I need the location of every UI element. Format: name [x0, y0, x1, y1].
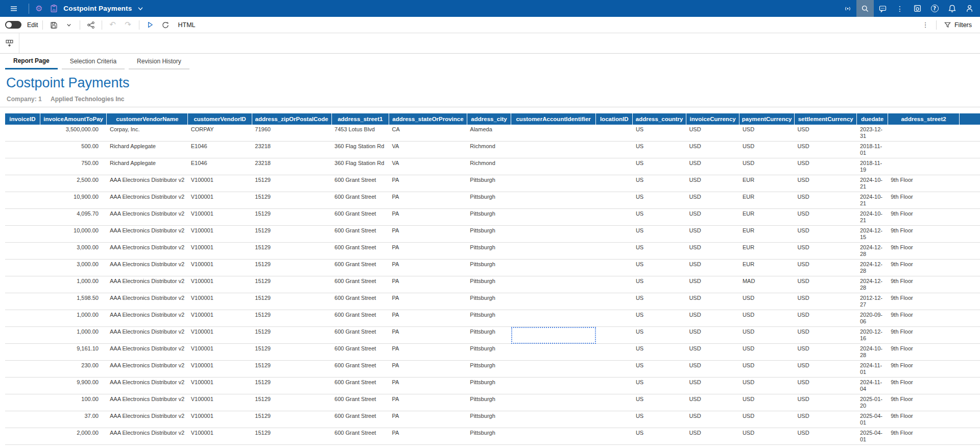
cell-invoiceAmountToPay[interactable]: 1,000.00	[40, 310, 107, 327]
cell-customerVendorName[interactable]: AAA Electronics Distributor v2	[107, 276, 188, 293]
cell-address_country[interactable]: US	[633, 175, 686, 192]
column-header-paymentCurrency[interactable]: paymentCurrency	[739, 113, 795, 125]
cell-address_stateOrProvince[interactable]: PA	[389, 394, 467, 411]
cell-customerVendorID[interactable]: CORPAY	[188, 125, 252, 142]
cell-paymentCurrency[interactable]: EUR	[739, 226, 795, 243]
cell-address_city[interactable]: Pittsburgh	[467, 192, 511, 209]
cell-address_country[interactable]: US	[633, 428, 686, 445]
cell-address_street2[interactable]: 9th Floor	[888, 175, 960, 192]
column-header-locationID[interactable]: locationID	[596, 113, 633, 125]
cell-address_stateOrProvince[interactable]: PA	[389, 344, 467, 361]
column-header-settlementCurrency[interactable]: settlementCurrency	[794, 113, 857, 125]
cell-customerAccountIdentifier[interactable]	[511, 209, 596, 226]
cell-customerVendorID[interactable]: V100001	[188, 276, 252, 293]
cell-paymentCurrency[interactable]: USD	[739, 361, 795, 378]
cell-address_street1[interactable]: 600 Grant Street	[331, 192, 389, 209]
edit-toggle[interactable]	[5, 21, 21, 29]
cell-address_s[interactable]	[960, 378, 980, 394]
cell-invoiceID[interactable]	[5, 142, 40, 158]
cell-address_country[interactable]: US	[633, 276, 686, 293]
cell-customerAccountIdentifier[interactable]	[511, 327, 596, 344]
cell-customerAccountIdentifier[interactable]	[511, 378, 596, 394]
comments-icon[interactable]	[874, 0, 891, 17]
cell-settlementCurrency[interactable]: USD	[794, 243, 857, 260]
cell-duedate[interactable]: 2024-12-15	[857, 226, 888, 243]
cell-address_city[interactable]: Richmond	[467, 158, 511, 175]
cell-address_city[interactable]: Alameda	[467, 125, 511, 142]
cell-invoiceAmountToPay[interactable]: 2,500.00	[40, 175, 107, 192]
cell-duedate[interactable]: 2018-11-19	[857, 158, 888, 175]
cell-settlementCurrency[interactable]: USD	[794, 260, 857, 276]
cell-customerVendorName[interactable]: AAA Electronics Distributor v2	[107, 310, 188, 327]
cell-customerAccountIdentifier[interactable]	[511, 243, 596, 260]
cell-address_city[interactable]: Pittsburgh	[467, 394, 511, 411]
cell-address_s[interactable]	[960, 276, 980, 293]
cell-customerVendorName[interactable]: AAA Electronics Distributor v2	[107, 344, 188, 361]
cell-customerAccountIdentifier[interactable]	[511, 310, 596, 327]
cell-invoiceAmountToPay[interactable]: 3,000.00	[40, 260, 107, 276]
cell-paymentCurrency[interactable]: EUR	[739, 209, 795, 226]
cell-customerVendorID[interactable]: V100001	[188, 394, 252, 411]
cell-invoiceID[interactable]	[5, 344, 40, 361]
cell-duedate[interactable]: 2020-09-06	[857, 310, 888, 327]
cell-customerVendorName[interactable]: AAA Electronics Distributor v2	[107, 327, 188, 344]
cell-settlementCurrency[interactable]: USD	[794, 327, 857, 344]
broadcast-icon[interactable]	[839, 0, 856, 17]
cell-address_s[interactable]	[960, 125, 980, 142]
cell-customerVendorName[interactable]: AAA Electronics Distributor v2	[107, 411, 188, 428]
cell-locationID[interactable]	[596, 192, 633, 209]
tab-selection-criteria[interactable]: Selection Criteria	[62, 54, 125, 69]
cell-customerAccountIdentifier[interactable]	[511, 260, 596, 276]
cell-address_city[interactable]: Pittsburgh	[467, 243, 511, 260]
cell-settlementCurrency[interactable]: USD	[794, 125, 857, 142]
cell-invoiceID[interactable]	[5, 327, 40, 344]
cell-address_zipOrPostalCode[interactable]: 15129	[252, 445, 331, 447]
cell-address_city[interactable]: Pittsburgh	[467, 260, 511, 276]
cell-address_street2[interactable]: 9th Floor	[888, 209, 960, 226]
cell-paymentCurrency[interactable]: USD	[739, 327, 795, 344]
cell-address_zipOrPostalCode[interactable]: 15129	[252, 226, 331, 243]
cell-address_street1[interactable]: 600 Grant Street	[331, 293, 389, 310]
cell-address_street1[interactable]: 600 Grant Street	[331, 175, 389, 192]
cell-address_street1[interactable]: 600 Grant Street	[331, 243, 389, 260]
cell-invoiceCurrency[interactable]: USD	[686, 361, 739, 378]
cell-settlementCurrency[interactable]: USD	[794, 344, 857, 361]
cell-locationID[interactable]	[596, 361, 633, 378]
cell-invoiceCurrency[interactable]: USD	[686, 293, 739, 310]
cell-invoiceCurrency[interactable]: USD	[686, 445, 739, 447]
cell-address_s[interactable]	[960, 327, 980, 344]
cell-customerAccountIdentifier[interactable]	[511, 445, 596, 447]
cell-address_country[interactable]: US	[633, 310, 686, 327]
cell-customerAccountIdentifier[interactable]	[511, 344, 596, 361]
cell-address_zipOrPostalCode[interactable]: 15129	[252, 411, 331, 428]
cell-address_street1[interactable]: 600 Grant Street	[331, 378, 389, 394]
cell-address_street1[interactable]: 600 Grant Street	[331, 445, 389, 447]
cell-address_stateOrProvince[interactable]: PA	[389, 243, 467, 260]
cell-invoiceCurrency[interactable]: USD	[686, 260, 739, 276]
cell-address_street2[interactable]: 9th Floor	[888, 293, 960, 310]
cell-address_country[interactable]: US	[633, 327, 686, 344]
cell-address_street2[interactable]	[888, 142, 960, 158]
cell-invoiceID[interactable]	[5, 378, 40, 394]
cell-settlementCurrency[interactable]: USD	[794, 276, 857, 293]
cell-invoiceID[interactable]	[5, 158, 40, 175]
cell-address_city[interactable]: Pittsburgh	[467, 361, 511, 378]
cell-customerVendorID[interactable]: E1046	[188, 142, 252, 158]
cell-invoiceAmountToPay[interactable]: 3,500,000.00	[40, 125, 107, 142]
cell-address_stateOrProvince[interactable]: PA	[389, 192, 467, 209]
cell-address_street2[interactable]: 9th Floor	[888, 226, 960, 243]
cell-invoiceCurrency[interactable]: USD	[686, 209, 739, 226]
cell-paymentCurrency[interactable]: EUR	[739, 175, 795, 192]
cell-paymentCurrency[interactable]: USD	[739, 293, 795, 310]
cell-address_city[interactable]: Pittsburgh	[467, 276, 511, 293]
cell-settlementCurrency[interactable]: USD	[794, 209, 857, 226]
column-header-address_street1[interactable]: address_street1	[331, 113, 389, 125]
cell-address_s[interactable]	[960, 142, 980, 158]
cell-address_street2[interactable]: 9th Floor	[888, 411, 960, 428]
cell-address_stateOrProvince[interactable]: PA	[389, 226, 467, 243]
chevron-down-icon[interactable]	[137, 5, 144, 12]
column-header-customerVendorName[interactable]: customerVendorName	[107, 113, 188, 125]
cell-address_zipOrPostalCode[interactable]: 15129	[252, 209, 331, 226]
cell-address_country[interactable]: US	[633, 243, 686, 260]
cell-invoiceID[interactable]	[5, 276, 40, 293]
